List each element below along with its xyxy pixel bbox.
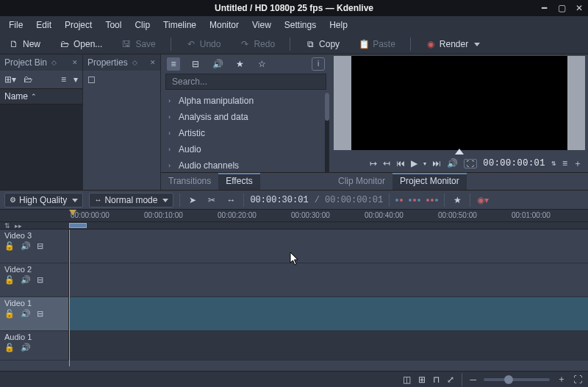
- lock-icon[interactable]: 🔓: [4, 309, 15, 319]
- play-options-icon[interactable]: ▾: [423, 160, 426, 167]
- timeline-timecode[interactable]: 00:00:30:01: [250, 195, 308, 205]
- lock-icon[interactable]: 🔓: [4, 343, 15, 352]
- checkbox-icon[interactable]: ☐: [87, 75, 96, 85]
- lock-icon[interactable]: 🔓: [4, 275, 15, 285]
- zoom-in-icon[interactable]: ＋: [557, 373, 566, 386]
- zone-in-icon[interactable]: ↦: [370, 158, 377, 168]
- undock-icon[interactable]: ◇: [132, 59, 137, 66]
- open-button[interactable]: 🗁Open...: [55, 38, 107, 51]
- info-icon[interactable]: i: [312, 57, 325, 71]
- spacer-tool-icon[interactable]: ↔: [224, 194, 237, 207]
- color-markers-3[interactable]: [426, 199, 438, 202]
- tab-transitions[interactable]: Transitions: [161, 173, 218, 190]
- menu-view[interactable]: View: [246, 18, 277, 32]
- menu-file[interactable]: File: [3, 18, 29, 32]
- mute-icon[interactable]: 🔊: [21, 309, 31, 319]
- zoom-out-icon[interactable]: ─: [470, 374, 476, 385]
- close-panel-icon[interactable]: ✕: [72, 59, 78, 66]
- select-tool-icon[interactable]: ➤: [186, 194, 199, 207]
- tab-clip-monitor[interactable]: Clip Monitor: [331, 173, 392, 190]
- folder-icon[interactable]: 🗁: [24, 74, 32, 85]
- menu-monitor[interactable]: Monitor: [204, 18, 245, 32]
- track-sort-icon[interactable]: ⇅: [4, 222, 10, 230]
- rewind-icon[interactable]: ⏮: [396, 158, 405, 168]
- category-item[interactable]: ›Artistic: [164, 125, 328, 141]
- mute-icon[interactable]: 🔊: [21, 275, 31, 285]
- favorite-effect-icon[interactable]: ★: [451, 194, 464, 207]
- color-markers-2[interactable]: [409, 199, 420, 202]
- redo-button[interactable]: ↷Redo: [235, 38, 279, 51]
- forward-icon[interactable]: ⏭: [432, 158, 441, 168]
- copy-button[interactable]: ⧉Copy: [301, 38, 344, 51]
- bin-list[interactable]: [0, 104, 82, 190]
- maximize-button[interactable]: ▢: [553, 3, 570, 13]
- effects-video-icon[interactable]: ⊟: [189, 57, 202, 71]
- paste-button[interactable]: 📋Paste: [354, 38, 400, 51]
- menu-project[interactable]: Project: [59, 18, 98, 32]
- playhead-icon[interactable]: [69, 210, 76, 216]
- effects-audio-icon[interactable]: 🔊: [211, 57, 224, 71]
- hide-icon[interactable]: ⊟: [37, 309, 43, 319]
- track-head[interactable]: Video 1 🔓🔊⊟: [0, 297, 69, 330]
- monitor-add-icon[interactable]: ＋: [573, 157, 582, 170]
- monitor-timecode[interactable]: 00:00:00:01: [483, 158, 545, 168]
- menu-help[interactable]: Help: [323, 18, 354, 32]
- save-button[interactable]: 🖫Save: [117, 38, 159, 51]
- play-icon[interactable]: ▶: [411, 158, 417, 168]
- menu-settings[interactable]: Settings: [279, 18, 322, 32]
- menu-timeline[interactable]: Timeline: [157, 18, 202, 32]
- close-panel-icon[interactable]: ✕: [150, 59, 156, 66]
- editmode-dropdown[interactable]: ↔Normal mode: [89, 193, 173, 207]
- fullscreen-icon[interactable]: ⛶: [464, 159, 477, 168]
- mute-icon[interactable]: 🔊: [21, 343, 31, 352]
- close-button[interactable]: ✕: [570, 3, 588, 13]
- track-head[interactable]: Audio 1 🔓🔊: [0, 331, 69, 360]
- menu-tool[interactable]: Tool: [99, 18, 127, 32]
- track-body[interactable]: [69, 230, 588, 263]
- properties-header[interactable]: Properties ◇ ✕: [83, 54, 160, 71]
- track-head[interactable]: Video 3 🔓🔊⊟: [0, 230, 69, 263]
- record-icon[interactable]: ◉▾: [476, 194, 490, 207]
- hide-icon[interactable]: ⊟: [37, 241, 43, 251]
- timeline-ruler[interactable]: 00:00:00:00 00:00:10:00 00:00:20:00 00:0…: [0, 209, 588, 222]
- undo-button[interactable]: ↶Undo: [182, 38, 226, 51]
- project-bin-header[interactable]: Project Bin ◇ ✕: [0, 54, 82, 71]
- undock-icon[interactable]: ◇: [51, 59, 57, 66]
- quality-dropdown[interactable]: ⚙High Quality: [4, 193, 83, 207]
- add-clip-icon[interactable]: ⊞▾: [4, 74, 16, 85]
- effects-scrollbar[interactable]: [325, 93, 329, 172]
- zoom-slider[interactable]: [484, 378, 550, 381]
- track-expand-icon[interactable]: ▸▸: [15, 222, 22, 230]
- tab-project-monitor[interactable]: Project Monitor: [392, 173, 467, 190]
- color-markers-1[interactable]: [395, 199, 403, 202]
- track-body[interactable]: [69, 297, 588, 330]
- tab-effects[interactable]: Effects: [218, 173, 259, 190]
- status-snap-icon[interactable]: ⊓: [433, 374, 440, 385]
- volume-icon[interactable]: 🔊: [447, 158, 458, 168]
- status-fit-icon[interactable]: ⤢: [447, 374, 454, 385]
- zoom-handle[interactable]: [504, 375, 513, 384]
- favorite-outline-icon[interactable]: ☆: [255, 57, 268, 71]
- effects-search[interactable]: Search...: [165, 74, 326, 90]
- render-button[interactable]: ◉Render: [421, 38, 484, 51]
- scrollbar-thumb[interactable]: [325, 93, 329, 121]
- status-split-icon[interactable]: ◫: [403, 374, 411, 385]
- monitor-menu-icon[interactable]: ≡: [562, 158, 567, 168]
- track-head[interactable]: Video 2 🔓🔊⊟: [0, 263, 69, 297]
- favorite-icon[interactable]: ★: [233, 57, 246, 71]
- zone-marker[interactable]: [69, 223, 87, 228]
- zoom-fit-icon[interactable]: ⛶: [573, 374, 582, 385]
- minimize-button[interactable]: ━: [535, 3, 553, 13]
- tc-stepper-icon[interactable]: ⇅: [551, 160, 556, 167]
- status-thumb-icon[interactable]: ⊞: [418, 374, 426, 385]
- track-body[interactable]: [69, 263, 588, 297]
- bin-columns[interactable]: Name⌃: [0, 88, 82, 104]
- hide-icon[interactable]: ⊟: [37, 275, 43, 285]
- effects-main-icon[interactable]: ≡: [167, 57, 180, 71]
- razor-tool-icon[interactable]: ✂: [205, 194, 218, 207]
- timeline-markerbar[interactable]: ⇅ ▸▸: [0, 222, 588, 230]
- options-icon[interactable]: ▾: [74, 74, 78, 85]
- track-body[interactable]: [69, 331, 588, 360]
- list-view-icon[interactable]: ≡: [61, 74, 66, 85]
- category-item[interactable]: ›Audio: [164, 141, 328, 157]
